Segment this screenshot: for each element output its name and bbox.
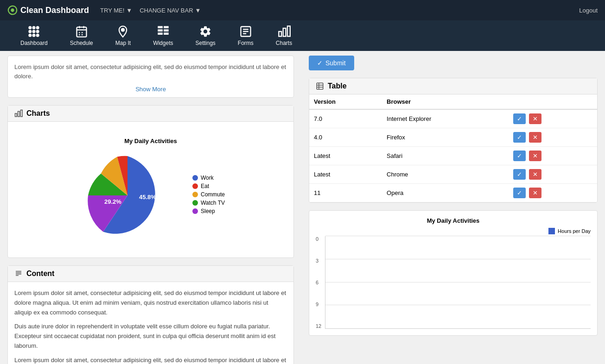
legend-work: Work: [192, 175, 225, 181]
svg-point-8: [36, 34, 39, 37]
nav-label-widgets: Widgets: [153, 40, 173, 46]
cell-browser: Firefox: [382, 128, 508, 147]
change-nav-bar-link[interactable]: CHANGE NAV BAR ▼: [140, 7, 201, 14]
brand-name: Clean Dashboard: [20, 6, 89, 15]
svg-point-1: [32, 26, 36, 29]
svg-rect-19: [158, 29, 163, 31]
y-label-9: 9: [316, 301, 321, 307]
table-icon: [316, 82, 324, 90]
svg-point-6: [29, 34, 32, 37]
cell-actions: ✓ ✕: [509, 165, 598, 184]
cell-actions: ✓ ✕: [509, 147, 598, 165]
pie-area: My Daily Activities: [14, 128, 287, 251]
content-icon: [14, 270, 23, 278]
legend-dot-watch-tv: [192, 200, 198, 206]
svg-rect-34: [317, 83, 323, 89]
table-row: 11 Opera ✓ ✕: [309, 184, 597, 202]
col-browser: Browser: [382, 94, 508, 109]
content-para-1: Lorem ipsum dolor sit amet, consectetur …: [14, 289, 287, 317]
check-button[interactable]: ✓: [513, 113, 526, 124]
browser-table: Version Browser 7.0 Internet Explorer ✓ …: [309, 94, 597, 202]
show-more-link[interactable]: Show More: [135, 86, 166, 93]
check-button[interactable]: ✓: [513, 169, 526, 180]
delete-button[interactable]: ✕: [529, 132, 541, 143]
bar-chart-inner: [325, 236, 591, 329]
nav-item-schedule[interactable]: Schedule: [59, 20, 104, 51]
intro-text: Lorem ipsum dolor sit amet, consectetur …: [14, 63, 287, 81]
legend-label-commute: Commute: [201, 191, 225, 198]
legend-label-sleep: Sleep: [201, 208, 215, 214]
delete-button[interactable]: ✕: [529, 113, 541, 124]
nav-item-forms[interactable]: Forms: [227, 20, 265, 51]
icon-navigation: Dashboard Schedule Map It Widgets Settin…: [0, 20, 605, 51]
svg-rect-18: [158, 26, 163, 28]
intro-card: Lorem ipsum dolor sit amet, consectetur …: [7, 56, 294, 98]
bar-legend-color: [548, 228, 555, 234]
nav-label-schedule: Schedule: [70, 40, 93, 46]
svg-rect-30: [287, 26, 290, 36]
sleep-label: 29.2%: [104, 198, 121, 205]
cell-actions: ✓ ✕: [509, 184, 598, 202]
y-label-6: 6: [316, 280, 321, 285]
check-button[interactable]: ✓: [513, 188, 526, 198]
nav-item-dashboard[interactable]: Dashboard: [9, 20, 59, 51]
cell-browser: Opera: [382, 184, 508, 202]
svg-point-4: [32, 30, 36, 33]
show-more-area: Show More: [8, 82, 293, 97]
logout-button[interactable]: Logout: [579, 7, 598, 14]
svg-point-7: [32, 34, 36, 37]
charts-title: Charts: [26, 109, 50, 118]
table-card-header: Table: [309, 78, 597, 94]
col-version: Version: [309, 94, 382, 109]
nav-item-settings[interactable]: Settings: [184, 20, 226, 51]
content-body: Lorem ipsum dolor sit amet, consectetur …: [8, 282, 293, 364]
cell-actions: ✓ ✕: [509, 128, 598, 147]
table-row: 4.0 Firefox ✓ ✕: [309, 128, 597, 147]
right-column: ✓ Submit Table Version: [301, 51, 605, 364]
svg-rect-9: [76, 27, 86, 37]
legend-dot-work: [192, 175, 198, 181]
legend-watch-tv: Watch TV: [192, 200, 225, 206]
nav-item-charts[interactable]: Charts: [265, 20, 303, 51]
cell-browser: Chrome: [382, 165, 508, 184]
nav-label-dashboard: Dashboard: [20, 40, 48, 46]
bars-row: [325, 236, 591, 329]
left-column: Lorem ipsum dolor sit amet, consectetur …: [0, 51, 301, 364]
bar-chart-title: My Daily Activities: [316, 217, 591, 224]
check-icon: ✓: [317, 59, 323, 67]
content-para-2: Duis aute irure dolor in reprehenderit i…: [14, 322, 287, 351]
nav-label-charts: Charts: [276, 40, 292, 46]
nav-item-map-it[interactable]: Map It: [104, 20, 142, 51]
content-card: Content Lorem ipsum dolor sit amet, cons…: [7, 265, 294, 364]
charts-card: Charts My Daily Activities: [7, 105, 294, 258]
check-button[interactable]: ✓: [513, 132, 526, 143]
delete-button[interactable]: ✕: [529, 151, 541, 161]
submit-button[interactable]: ✓ Submit: [309, 56, 354, 70]
delete-button[interactable]: ✕: [529, 188, 541, 198]
legend-label-watch-tv: Watch TV: [201, 200, 225, 206]
y-label-0: 0: [316, 236, 321, 242]
check-button[interactable]: ✓: [513, 151, 526, 161]
nav-item-widgets[interactable]: Widgets: [142, 20, 184, 51]
nav-label-forms: Forms: [238, 40, 254, 46]
try-me-link[interactable]: TRY ME! ▼: [100, 7, 132, 14]
svg-point-3: [29, 30, 32, 33]
bar-chart-area: My Daily Activities Hours per Day 12 9 6: [309, 211, 597, 335]
nav-label-map-it: Map It: [115, 40, 131, 46]
content-title: Content: [26, 270, 54, 278]
bar-chart-wrapper: 12 9 6 3 0: [316, 236, 591, 329]
pie-legend: Work Eat Commute: [192, 175, 225, 216]
main-layout: Lorem ipsum dolor sit amet, consectetur …: [0, 51, 605, 364]
cell-version: 4.0: [309, 128, 382, 147]
table-row: Latest Safari ✓ ✕: [309, 147, 597, 165]
brand-logo: Clean Dashboard: [7, 5, 89, 15]
cell-version: 11: [309, 184, 382, 202]
table-header-row: Version Browser: [309, 94, 597, 109]
submit-area: ✓ Submit: [309, 56, 598, 70]
content-para-3: Lorem ipsum dolor sit amet, consectetur …: [14, 356, 287, 364]
delete-button[interactable]: ✕: [529, 169, 541, 180]
cell-version: 7.0: [309, 109, 382, 128]
charts-body: My Daily Activities: [8, 122, 293, 257]
work-label: 45.8%: [139, 194, 156, 201]
svg-point-17: [122, 29, 125, 31]
